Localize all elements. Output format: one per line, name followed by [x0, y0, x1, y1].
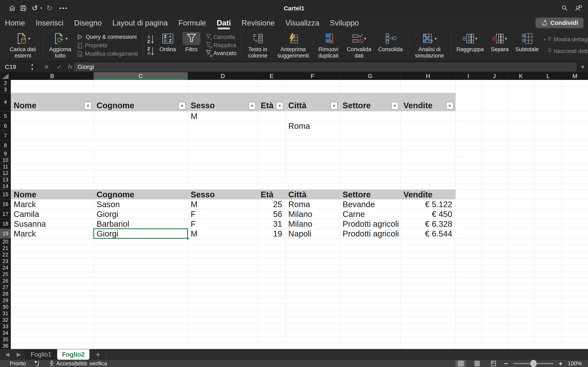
- row-header-31[interactable]: 31: [0, 310, 11, 317]
- sheet-tab-foglio2[interactable]: Foglio2: [57, 349, 89, 360]
- row-header-11[interactable]: 11: [0, 164, 11, 170]
- ribbon-button-cancella[interactable]: ✕ Cancella: [205, 33, 236, 41]
- cell-H18[interactable]: € 6.328: [401, 219, 452, 229]
- cell-B18[interactable]: Susanna: [14, 219, 94, 229]
- row-header-12[interactable]: 12: [0, 170, 11, 176]
- column-header-C[interactable]: C: [94, 72, 188, 80]
- ribbon-button-filtro[interactable]: Filtro: [180, 31, 203, 59]
- row-header-23[interactable]: 23: [0, 258, 11, 265]
- column-header-I[interactable]: I: [456, 72, 481, 80]
- ribbon-button-consolida[interactable]: Consolida: [376, 31, 406, 59]
- ribbon-button-carica-dati[interactable]: ▾ Carica dati esterni: [5, 31, 40, 59]
- header-cell-settore-2[interactable]: Settore: [343, 190, 401, 200]
- row-header-35[interactable]: 35: [0, 336, 11, 343]
- cell-B16[interactable]: Marck: [14, 200, 94, 209]
- row-header-22[interactable]: 22: [0, 252, 11, 258]
- filter-button-nome[interactable]: ▼: [84, 102, 92, 110]
- ribbon-button-mostra-dettaglio[interactable]: + Mostra dettaglio: [544, 36, 588, 43]
- ribbon-button-analisi-simulazione[interactable]: ? ▾ Analisi di simulazione: [411, 31, 448, 59]
- header-cell-età-2[interactable]: Età: [261, 190, 285, 200]
- zoom-in-icon[interactable]: +: [559, 360, 562, 367]
- ribbon-button-proprieta[interactable]: Proprietà: [77, 42, 138, 49]
- ribbon-button-separa[interactable]: ▾ Separa: [487, 31, 513, 59]
- row-header-5[interactable]: 5: [0, 111, 11, 121]
- row-header-6[interactable]: 6: [0, 121, 11, 131]
- ribbon-button-convalida-dati[interactable]: ▾ Convalida dati: [343, 31, 376, 59]
- column-header-M[interactable]: M: [562, 72, 588, 80]
- tab-dati[interactable]: Dati: [216, 16, 232, 30]
- cell-H16[interactable]: € 5.122: [401, 200, 452, 209]
- cell-E16[interactable]: 25: [258, 200, 282, 209]
- row-header-15[interactable]: 15: [0, 190, 11, 200]
- cell-G16[interactable]: Bevande: [343, 200, 401, 209]
- header-cell-sesso-2[interactable]: Sesso: [191, 190, 258, 200]
- tab-home[interactable]: Home: [4, 16, 26, 30]
- header-cell-cognome-2[interactable]: Cognome: [96, 190, 188, 200]
- cancel-entry-icon[interactable]: ✕: [41, 61, 52, 72]
- row-header-33[interactable]: 33: [0, 323, 11, 330]
- cell-G18[interactable]: Prodotti agricoli: [343, 219, 401, 229]
- cell-D5[interactable]: M: [191, 111, 258, 121]
- column-header-J[interactable]: J: [481, 72, 508, 80]
- column-header-G[interactable]: G: [340, 72, 401, 80]
- column-header-D[interactable]: D: [188, 72, 258, 80]
- cell-D19[interactable]: M: [191, 229, 258, 239]
- ribbon-button-riapplica[interactable]: ⟳ Riapplica: [205, 42, 236, 49]
- row-header-24[interactable]: 24: [0, 265, 11, 271]
- ribbon-button-ordina[interactable]: ZAAZ Ordina: [156, 31, 180, 59]
- ribbon-button-raggruppa[interactable]: ▾ Raggruppa: [454, 31, 487, 59]
- name-box-stepper[interactable]: ▲▼: [31, 62, 34, 71]
- sheet-nav-left-icon[interactable]: ◀: [5, 351, 9, 358]
- column-header-K[interactable]: K: [508, 72, 535, 80]
- filter-button-settore[interactable]: ▼: [391, 102, 398, 110]
- macro-record-icon[interactable]: [34, 361, 40, 366]
- ribbon-button-testo-in-colonne[interactable]: Testo in colonne: [244, 31, 272, 59]
- cell-H17[interactable]: € 450: [401, 209, 452, 219]
- tab-disegno[interactable]: Disegno: [73, 16, 103, 30]
- sheet-grid[interactable]: 2345678910111213141516171819202122232425…: [0, 80, 588, 349]
- sort-za-icon[interactable]: ZA: [147, 47, 154, 56]
- cell-E19[interactable]: 19: [258, 229, 282, 239]
- cell-D18[interactable]: F: [191, 219, 258, 229]
- confirm-entry-icon[interactable]: ✓: [53, 61, 65, 72]
- filter-button-cognome[interactable]: ▼: [178, 102, 186, 110]
- row-header-4[interactable]: 4: [0, 93, 11, 111]
- ribbon-button-nascondi-dettaglio[interactable]: − Nascondi dettaglio: [544, 48, 588, 55]
- tab-inserisci[interactable]: Inserisci: [35, 16, 64, 30]
- page-break-view-icon[interactable]: [488, 360, 499, 367]
- column-header-F[interactable]: F: [285, 72, 340, 80]
- row-header-25[interactable]: 25: [0, 271, 11, 278]
- cell-F19[interactable]: Napoli: [288, 229, 340, 239]
- accessibility-status[interactable]: Accessibilità: verifica: [49, 360, 107, 367]
- ribbon-button-aggiorna-tutto[interactable]: ⟳ ▾ Aggiorna tutto: [46, 31, 75, 59]
- row-header-18[interactable]: 18: [0, 219, 11, 229]
- row-header-3[interactable]: 3: [0, 86, 11, 93]
- ribbon-button-modifica-collegamenti[interactable]: Modifica collegamenti: [77, 51, 138, 57]
- insert-function-icon[interactable]: fx: [66, 61, 74, 72]
- cell-G17[interactable]: Carne: [343, 209, 401, 219]
- ribbon-button-query-connessioni[interactable]: Query & connessioni: [77, 33, 138, 40]
- header-cell-nome-2[interactable]: Nome: [14, 190, 94, 200]
- ribbon-button-anteprima-suggerimenti[interactable]: Anteprima suggerimenti: [272, 31, 314, 59]
- row-header-20[interactable]: 20: [0, 239, 11, 245]
- cell-G19[interactable]: Prodotti agricoli: [343, 229, 401, 239]
- filter-button-vendite[interactable]: ▼: [446, 102, 453, 110]
- cell-C16[interactable]: Sason: [96, 200, 188, 209]
- row-header-13[interactable]: 13: [0, 176, 11, 183]
- tab-visualizza[interactable]: Visualizza: [285, 16, 320, 30]
- stepper-down-icon[interactable]: ▼: [31, 67, 34, 71]
- formula-bar-expand-icon[interactable]: ▼: [580, 64, 585, 70]
- header-cell-sesso[interactable]: Sesso: [191, 93, 258, 111]
- cell-E18[interactable]: 31: [258, 219, 282, 229]
- row-header-19[interactable]: 19: [0, 229, 11, 239]
- cell-B17[interactable]: Camila: [14, 209, 94, 219]
- normal-view-icon[interactable]: [455, 360, 466, 367]
- ribbon-button-rimuovi-duplicati[interactable]: Rimuovi duplicati: [314, 31, 343, 59]
- select-all-corner[interactable]: [0, 72, 11, 80]
- formula-input[interactable]: Giorgi: [74, 62, 577, 71]
- row-header-7[interactable]: 7: [0, 131, 11, 141]
- ribbon-button-subtotale[interactable]: Subtotale: [513, 31, 541, 59]
- row-header-26[interactable]: 26: [0, 278, 11, 284]
- row-header-28[interactable]: 28: [0, 291, 11, 297]
- header-cell-cognome[interactable]: Cognome: [96, 93, 188, 111]
